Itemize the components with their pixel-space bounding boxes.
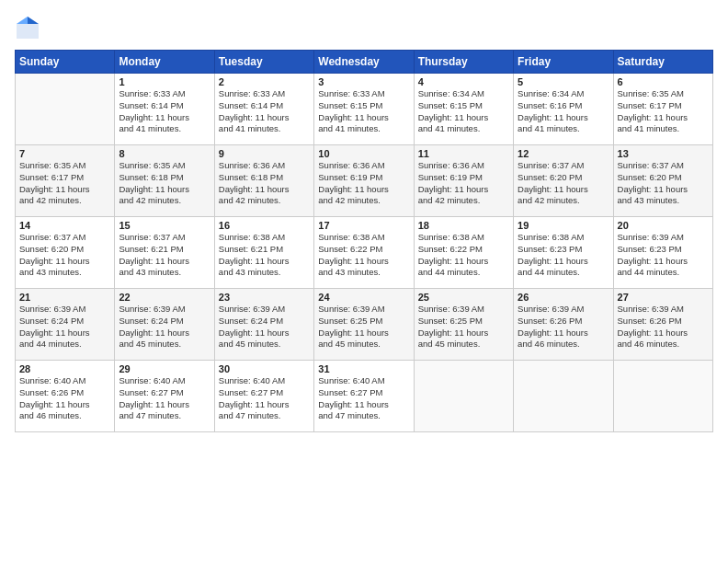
day-info: Sunrise: 6:40 AM Sunset: 6:27 PM Dayligh…	[219, 375, 310, 422]
day-info: Sunrise: 6:35 AM Sunset: 6:17 PM Dayligh…	[19, 160, 110, 207]
day-number: 31	[318, 363, 409, 374]
day-info: Sunrise: 6:39 AM Sunset: 6:25 PM Dayligh…	[318, 304, 409, 350]
day-info: Sunrise: 6:39 AM Sunset: 6:26 PM Dayligh…	[518, 304, 609, 350]
day-cell: 27Sunrise: 6:39 AM Sunset: 6:26 PM Dayli…	[613, 289, 712, 361]
day-number: 22	[119, 292, 210, 303]
day-number: 2	[219, 76, 310, 87]
calendar-body: 1Sunrise: 6:33 AM Sunset: 6:14 PM Daylig…	[16, 74, 713, 432]
logo	[15, 15, 44, 40]
day-number: 29	[119, 363, 210, 374]
day-cell: 23Sunrise: 6:39 AM Sunset: 6:24 PM Dayli…	[214, 289, 313, 361]
calendar-header: SundayMondayTuesdayWednesdayThursdayFrid…	[16, 51, 713, 74]
svg-marker-2	[17, 17, 28, 24]
day-info: Sunrise: 6:37 AM Sunset: 6:21 PM Dayligh…	[119, 232, 210, 279]
week-row-5: 28Sunrise: 6:40 AM Sunset: 6:26 PM Dayli…	[16, 361, 713, 432]
day-cell: 7Sunrise: 6:35 AM Sunset: 6:17 PM Daylig…	[16, 145, 115, 217]
day-info: Sunrise: 6:40 AM Sunset: 6:26 PM Dayligh…	[19, 375, 110, 422]
page: SundayMondayTuesdayWednesdayThursdayFrid…	[0, 0, 728, 563]
day-cell: 21Sunrise: 6:39 AM Sunset: 6:24 PM Dayli…	[16, 289, 115, 361]
day-cell: 8Sunrise: 6:35 AM Sunset: 6:18 PM Daylig…	[115, 145, 214, 217]
day-number: 23	[219, 292, 310, 303]
day-number: 9	[219, 148, 310, 159]
day-number: 10	[318, 148, 409, 159]
day-number: 20	[618, 220, 709, 231]
day-info: Sunrise: 6:39 AM Sunset: 6:25 PM Dayligh…	[418, 304, 509, 350]
day-number: 1	[119, 76, 210, 87]
header-cell-wednesday: Wednesday	[314, 51, 414, 74]
day-cell: 22Sunrise: 6:39 AM Sunset: 6:24 PM Dayli…	[115, 289, 214, 361]
day-info: Sunrise: 6:37 AM Sunset: 6:20 PM Dayligh…	[618, 160, 709, 207]
day-info: Sunrise: 6:36 AM Sunset: 6:19 PM Dayligh…	[418, 160, 509, 207]
day-number: 7	[19, 148, 110, 159]
day-number: 16	[219, 220, 310, 231]
header-cell-saturday: Saturday	[613, 51, 712, 74]
day-cell: 11Sunrise: 6:36 AM Sunset: 6:19 PM Dayli…	[414, 145, 513, 217]
day-cell: 5Sunrise: 6:34 AM Sunset: 6:16 PM Daylig…	[514, 74, 613, 145]
day-info: Sunrise: 6:37 AM Sunset: 6:20 PM Dayligh…	[518, 160, 609, 207]
day-cell	[16, 74, 115, 145]
day-info: Sunrise: 6:38 AM Sunset: 6:23 PM Dayligh…	[518, 232, 609, 279]
day-info: Sunrise: 6:33 AM Sunset: 6:15 PM Dayligh…	[318, 88, 409, 135]
day-number: 30	[219, 363, 310, 374]
day-cell: 10Sunrise: 6:36 AM Sunset: 6:19 PM Dayli…	[314, 145, 414, 217]
header-cell-tuesday: Tuesday	[214, 51, 313, 74]
day-number: 11	[418, 148, 509, 159]
day-number: 28	[19, 363, 110, 374]
day-cell: 13Sunrise: 6:37 AM Sunset: 6:20 PM Dayli…	[613, 145, 712, 217]
day-info: Sunrise: 6:39 AM Sunset: 6:24 PM Dayligh…	[219, 304, 310, 350]
day-number: 5	[518, 76, 609, 87]
logo-icon	[15, 15, 40, 40]
day-cell: 31Sunrise: 6:40 AM Sunset: 6:27 PM Dayli…	[314, 361, 414, 432]
week-row-1: 1Sunrise: 6:33 AM Sunset: 6:14 PM Daylig…	[16, 74, 713, 145]
day-info: Sunrise: 6:36 AM Sunset: 6:19 PM Dayligh…	[318, 160, 409, 207]
day-info: Sunrise: 6:33 AM Sunset: 6:14 PM Dayligh…	[119, 88, 210, 135]
day-number: 8	[119, 148, 210, 159]
day-cell: 29Sunrise: 6:40 AM Sunset: 6:27 PM Dayli…	[115, 361, 214, 432]
day-info: Sunrise: 6:39 AM Sunset: 6:24 PM Dayligh…	[19, 304, 110, 350]
week-row-2: 7Sunrise: 6:35 AM Sunset: 6:17 PM Daylig…	[16, 145, 713, 217]
day-number: 17	[318, 220, 409, 231]
day-number: 15	[119, 220, 210, 231]
header-cell-monday: Monday	[115, 51, 214, 74]
day-cell: 19Sunrise: 6:38 AM Sunset: 6:23 PM Dayli…	[514, 217, 613, 289]
day-info: Sunrise: 6:33 AM Sunset: 6:14 PM Dayligh…	[219, 88, 310, 135]
day-cell: 25Sunrise: 6:39 AM Sunset: 6:25 PM Dayli…	[414, 289, 513, 361]
day-cell: 26Sunrise: 6:39 AM Sunset: 6:26 PM Dayli…	[514, 289, 613, 361]
day-cell	[613, 361, 712, 432]
day-number: 4	[418, 76, 509, 87]
day-info: Sunrise: 6:38 AM Sunset: 6:21 PM Dayligh…	[219, 232, 310, 279]
day-number: 18	[418, 220, 509, 231]
day-info: Sunrise: 6:39 AM Sunset: 6:26 PM Dayligh…	[618, 304, 709, 350]
day-cell: 1Sunrise: 6:33 AM Sunset: 6:14 PM Daylig…	[115, 74, 214, 145]
day-info: Sunrise: 6:38 AM Sunset: 6:22 PM Dayligh…	[418, 232, 509, 279]
day-cell: 24Sunrise: 6:39 AM Sunset: 6:25 PM Dayli…	[314, 289, 414, 361]
calendar-table: SundayMondayTuesdayWednesdayThursdayFrid…	[15, 50, 713, 432]
day-cell: 9Sunrise: 6:36 AM Sunset: 6:18 PM Daylig…	[214, 145, 313, 217]
day-number: 14	[19, 220, 110, 231]
day-info: Sunrise: 6:34 AM Sunset: 6:16 PM Dayligh…	[518, 88, 609, 135]
day-cell: 3Sunrise: 6:33 AM Sunset: 6:15 PM Daylig…	[314, 74, 414, 145]
day-info: Sunrise: 6:37 AM Sunset: 6:20 PM Dayligh…	[19, 232, 110, 279]
day-info: Sunrise: 6:38 AM Sunset: 6:22 PM Dayligh…	[318, 232, 409, 279]
day-info: Sunrise: 6:40 AM Sunset: 6:27 PM Dayligh…	[119, 375, 210, 422]
svg-marker-1	[28, 17, 39, 24]
day-cell: 30Sunrise: 6:40 AM Sunset: 6:27 PM Dayli…	[214, 361, 313, 432]
week-row-3: 14Sunrise: 6:37 AM Sunset: 6:20 PM Dayli…	[16, 217, 713, 289]
day-number: 26	[518, 292, 609, 303]
day-number: 13	[618, 148, 709, 159]
day-cell: 28Sunrise: 6:40 AM Sunset: 6:26 PM Dayli…	[16, 361, 115, 432]
header-cell-friday: Friday	[514, 51, 613, 74]
header	[15, 15, 713, 40]
day-cell: 4Sunrise: 6:34 AM Sunset: 6:15 PM Daylig…	[414, 74, 513, 145]
day-info: Sunrise: 6:40 AM Sunset: 6:27 PM Dayligh…	[318, 375, 409, 422]
day-info: Sunrise: 6:35 AM Sunset: 6:17 PM Dayligh…	[618, 88, 709, 135]
day-number: 24	[318, 292, 409, 303]
day-info: Sunrise: 6:35 AM Sunset: 6:18 PM Dayligh…	[119, 160, 210, 207]
day-cell: 16Sunrise: 6:38 AM Sunset: 6:21 PM Dayli…	[214, 217, 313, 289]
day-number: 27	[618, 292, 709, 303]
day-number: 21	[19, 292, 110, 303]
day-number: 6	[618, 76, 709, 87]
day-cell	[514, 361, 613, 432]
day-cell: 6Sunrise: 6:35 AM Sunset: 6:17 PM Daylig…	[613, 74, 712, 145]
day-cell	[414, 361, 513, 432]
